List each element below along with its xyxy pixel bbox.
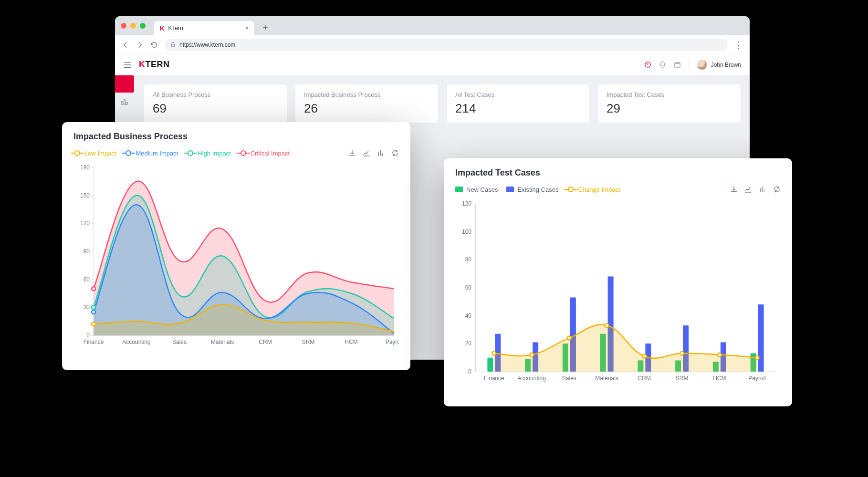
maximize-window-button[interactable] xyxy=(140,23,146,29)
tab-strip: K KTern × ＋ xyxy=(115,16,750,35)
plot-bar-chart: 020406080100120FinanceAccountingSalesMat… xyxy=(455,199,781,385)
new-tab-button[interactable]: ＋ xyxy=(258,21,272,34)
app-logo: KTERN xyxy=(139,60,170,70)
legend-high-impact[interactable]: High Impact xyxy=(187,149,230,157)
svg-text:100: 100 xyxy=(462,228,471,235)
chart-actions xyxy=(348,149,399,157)
svg-text:0: 0 xyxy=(86,332,90,339)
legend-label: Change Impact xyxy=(578,186,620,193)
svg-rect-3 xyxy=(124,100,125,105)
svg-text:Materials: Materials xyxy=(211,339,234,345)
line-chart-icon[interactable] xyxy=(744,186,752,193)
chart-card-impacted-process: Impacted Business Process Low Impact Med… xyxy=(62,122,410,370)
refresh-icon[interactable] xyxy=(391,149,399,157)
alert-icon[interactable] xyxy=(644,61,651,68)
forward-button[interactable] xyxy=(136,41,144,49)
svg-point-31 xyxy=(92,305,95,309)
legend-medium-impact[interactable]: Medium Impact xyxy=(125,149,178,157)
back-button[interactable] xyxy=(122,41,129,49)
svg-text:60: 60 xyxy=(465,284,472,291)
legend-new-cases[interactable]: New Cases xyxy=(455,186,498,193)
browser-tab[interactable]: K KTern × xyxy=(154,21,254,35)
user-menu[interactable]: John Brown xyxy=(697,60,741,70)
chart-title: Impacted Test Cases xyxy=(455,168,781,178)
svg-text:Accounting: Accounting xyxy=(517,375,545,382)
stat-card-all-tests: All Test Cases 214 xyxy=(446,84,590,123)
svg-rect-50 xyxy=(487,358,493,372)
stat-card-impacted-tests: Impacted Test Cases 29 xyxy=(597,84,741,123)
svg-text:Accounting: Accounting xyxy=(122,339,150,345)
stats-row: All Business Process 69 Impacted Busines… xyxy=(144,84,741,123)
stat-value: 214 xyxy=(455,101,581,116)
svg-text:90: 90 xyxy=(84,248,90,255)
svg-point-29 xyxy=(92,322,95,326)
bar-chart-icon[interactable] xyxy=(759,186,766,193)
legend-label: Existing Cases xyxy=(517,186,558,193)
legend-swatch xyxy=(455,187,463,192)
url-input[interactable]: https://www.ktern.com xyxy=(165,39,728,51)
stat-label: Impacted Test Cases xyxy=(607,91,732,98)
svg-text:20: 20 xyxy=(465,340,472,347)
sidebar-toggle-button[interactable] xyxy=(124,62,131,68)
svg-text:Payroll: Payroll xyxy=(748,375,766,382)
legend-change-impact[interactable]: Change Impact xyxy=(567,186,620,193)
svg-text:Finance: Finance xyxy=(84,339,104,345)
svg-text:HCM: HCM xyxy=(713,375,726,382)
svg-point-72 xyxy=(718,353,722,357)
chart-toolbar: Low Impact Medium Impact High Impact Cri… xyxy=(73,149,399,157)
url-text: https://www.ktern.com xyxy=(179,41,235,48)
calendar-icon[interactable] xyxy=(674,61,681,68)
svg-text:SRM: SRM xyxy=(302,339,315,345)
close-tab-button[interactable]: × xyxy=(245,25,249,31)
plot-area-chart: 0306090120150180FinanceAccountingSalesMa… xyxy=(73,163,399,349)
svg-rect-4 xyxy=(126,103,127,105)
rail-chart-icon[interactable] xyxy=(115,93,134,112)
svg-rect-1 xyxy=(675,62,680,67)
stat-card-impacted-process: Impacted Business Process 26 xyxy=(295,84,439,123)
chart-card-impacted-tests: Impacted Test Cases New Cases Existing C… xyxy=(444,158,792,406)
bell-icon[interactable] xyxy=(659,61,666,68)
browser-menu-button[interactable]: ⋮ xyxy=(734,40,743,50)
legend-swatch xyxy=(506,187,514,192)
svg-text:60: 60 xyxy=(84,276,90,283)
svg-text:180: 180 xyxy=(80,164,90,171)
stat-label: All Test Cases xyxy=(455,91,581,98)
refresh-icon[interactable] xyxy=(773,186,781,193)
legend-label: Low Impact xyxy=(84,150,116,157)
download-icon[interactable] xyxy=(348,149,356,157)
address-bar: https://www.ktern.com ⋮ xyxy=(115,35,750,54)
window-controls xyxy=(121,23,146,29)
legend-critical-impact[interactable]: Critical Impact xyxy=(240,149,290,157)
legend-label: High Impact xyxy=(198,150,230,157)
svg-text:150: 150 xyxy=(80,192,90,199)
svg-point-30 xyxy=(92,310,95,314)
download-icon[interactable] xyxy=(730,186,738,193)
stat-label: Impacted Business Process xyxy=(304,91,429,98)
rail-active-indicator[interactable] xyxy=(115,75,134,93)
separator xyxy=(689,60,689,70)
reload-button[interactable] xyxy=(150,41,158,49)
avatar xyxy=(697,60,707,70)
legend-label: Critical Impact xyxy=(251,150,290,157)
minimize-window-button[interactable] xyxy=(130,23,136,29)
svg-text:120: 120 xyxy=(462,200,471,207)
app-header: KTERN John Brown xyxy=(115,54,750,75)
close-window-button[interactable] xyxy=(121,23,126,29)
svg-text:30: 30 xyxy=(84,304,90,311)
svg-text:Sales: Sales xyxy=(562,375,576,382)
svg-text:SRM: SRM xyxy=(676,375,689,382)
legend-existing-cases[interactable]: Existing Cases xyxy=(506,186,558,193)
user-name: John Brown xyxy=(711,62,741,68)
ktern-favicon-icon: K xyxy=(160,25,164,32)
lock-icon xyxy=(170,42,176,47)
legend-low-impact[interactable]: Low Impact xyxy=(73,149,116,157)
line-chart-icon[interactable] xyxy=(363,149,370,157)
svg-text:HCM: HCM xyxy=(345,339,357,345)
svg-point-68 xyxy=(567,336,571,340)
svg-point-67 xyxy=(530,353,533,357)
svg-point-71 xyxy=(680,352,684,355)
bar-chart-icon[interactable] xyxy=(377,149,385,157)
legend-label: Medium Impact xyxy=(136,150,178,157)
stat-label: All Business Process xyxy=(153,91,278,98)
chart-legend: Low Impact Medium Impact High Impact Cri… xyxy=(73,149,290,157)
